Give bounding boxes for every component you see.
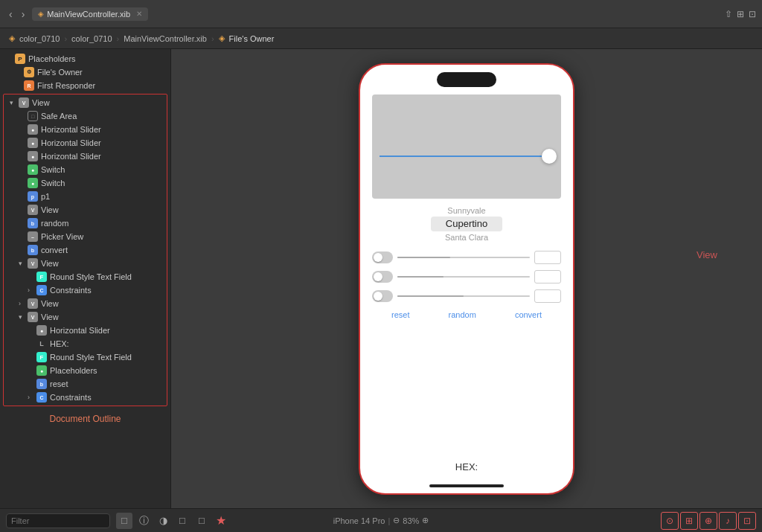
picker-area[interactable]: Sunnyvale Cupertino Santa Clara [372,205,561,243]
br-icon-1[interactable]: ⊙ [661,512,679,530]
nav-buttons[interactable]: ‹ › [6,7,28,22]
tab-mainviewcontroller[interactable]: ◈ MainViewController.xib ✕ [32,7,148,21]
arrow-view3: ▾ [19,260,28,267]
outline-item-filesowner[interactable]: ⚙ File's Owner [0,65,170,79]
zoom-icon-minus[interactable]: ⊖ [393,516,400,525]
top-bar-right-controls: ⇧ ⊞ ⊡ [725,9,756,19]
icon-hex: L [36,339,47,349]
back-button[interactable]: ‹ [6,7,16,22]
grid-button[interactable]: ⊞ [737,9,744,19]
toggle-1[interactable] [372,251,393,263]
outline-item-textfield1[interactable]: F Round Style Text Field [4,270,167,283]
bb-icon-rect1[interactable]: □ [174,513,190,529]
slider-3[interactable] [397,295,530,297]
label-safearea: Safe Area [41,112,77,121]
outline-content[interactable]: P Placeholders ⚙ File's Owner R First Re… [0,49,170,508]
color-row-2 [372,269,561,285]
icon-reset: b [36,379,47,389]
outline-item-switch2[interactable]: ● Switch [4,176,167,190]
input-3[interactable] [534,289,561,303]
icon-constraints2: C [36,392,47,403]
random-button[interactable]: random [443,309,482,321]
outline-item-constraints1[interactable]: › C Constraints [4,283,167,297]
slider-2[interactable] [397,276,530,278]
bb-icon-half[interactable]: ◑ [155,513,171,529]
outline-item-pickerview[interactable]: – Picker View [4,230,167,243]
toggle-2[interactable] [372,271,393,283]
forward-button[interactable]: › [19,7,28,22]
device-label: iPhone 14 Pro [333,516,385,525]
icon-hslider2: ● [28,138,38,148]
slider-track [380,156,554,157]
spacer [372,325,561,451]
filter-input[interactable] [6,513,110,528]
outline-item-view3[interactable]: ▾ V View [4,257,167,270]
icon-view-main: V [19,97,29,108]
label-switch2: Switch [41,179,65,188]
outline-item-view-main[interactable]: ▾ V View [4,96,167,109]
outline-item-reset[interactable]: b reset [4,377,167,391]
outline-item-hslider2[interactable]: ● Horizontal Slider [4,136,167,150]
outline-item-convert[interactable]: b convert [4,243,167,257]
label-view-main: View [32,98,50,107]
outline-item-view4[interactable]: › V View [4,297,167,310]
br-icon-3[interactable]: ⊕ [699,512,717,530]
outline-item-random[interactable]: b random [4,217,167,230]
label-hslider1: Horizontal Slider [41,125,101,134]
icon-switch3: ● [36,365,47,376]
tab-close-button[interactable]: ✕ [136,10,142,18]
bb-icon-info[interactable]: ⓘ [135,513,152,529]
outline-item-hslider3[interactable]: ● Horizontal Slider [4,150,167,163]
bb-icon-rect2[interactable]: □ [193,513,210,529]
toggle-3[interactable] [372,290,393,302]
document-outline-label: Document Outline [0,408,170,427]
icon-view5: V [28,312,38,322]
slider-1[interactable] [397,257,530,258]
bottom-center: iPhone 14 Pro | ⊖ 83% ⊕ [333,516,429,525]
outline-item-switch3[interactable]: ● Placeholders [4,364,167,377]
zoom-icon-plus[interactable]: ⊕ [422,516,429,525]
label-filesowner: File's Owner [37,68,83,77]
phone-container: Sunnyvale Cupertino Santa Clara [359,63,574,495]
outline-item-view2[interactable]: V View [4,203,167,217]
image-placeholder [372,94,561,199]
outline-item-hex[interactable]: L HEX: [4,337,167,350]
br-icon-5[interactable]: ⊡ [738,512,756,530]
breadcrumb-4[interactable]: File's Owner [229,34,275,43]
outline-item-firstresponder[interactable]: R First Responder [0,79,170,92]
outline-item-hslider4[interactable]: ● Horizontal Slider [4,324,167,337]
outline-item-p1[interactable]: p p1 [4,190,167,203]
split-button[interactable]: ⊡ [749,9,756,19]
br-icon-4[interactable]: ♪ [719,512,737,530]
outline-item-view5[interactable]: ▾ V View [4,310,167,324]
icon-switch1: ● [28,164,38,175]
label-view5: View [41,313,59,321]
star-icon: ★ [213,513,229,529]
share-button[interactable]: ⇧ [725,9,732,19]
outline-item-constraints2[interactable]: › C Constraints [4,391,167,404]
convert-button[interactable]: convert [509,309,548,321]
picker-row-below: Santa Clara [372,231,561,243]
breadcrumb-2[interactable]: color_0710 [71,34,112,43]
breadcrumb-3[interactable]: MainViewController.xib [124,34,207,43]
bottom-right-controls: ⊙ ⊞ ⊕ ♪ ⊡ [661,512,756,530]
outline-item-safearea[interactable]: □ Safe Area [4,109,167,123]
br-icon-2[interactable]: ⊞ [680,512,698,530]
hex-area: HEX: [372,455,561,478]
reset-button[interactable]: reset [385,309,415,321]
input-2[interactable] [534,270,561,283]
breadcrumb-sep-1: › [64,34,67,43]
icon-hslider3: ● [28,151,38,161]
outline-item-switch1[interactable]: ● Switch [4,163,167,176]
breadcrumb-1[interactable]: color_0710 [19,34,60,43]
separator: | [388,516,390,525]
outline-item-hslider1[interactable]: ● Horizontal Slider [4,123,167,136]
label-textfield2: Round Style Text Field [50,353,132,362]
bb-icon-struct[interactable]: □ [116,513,132,529]
slider-in-image[interactable] [380,156,554,157]
input-1[interactable] [534,251,561,264]
outline-item-placeholders[interactable]: P Placeholders [0,52,170,65]
label-hex: HEX: [50,339,69,348]
hex-label: HEX: [455,461,478,472]
outline-item-textfield2[interactable]: F Round Style Text Field [4,350,167,364]
